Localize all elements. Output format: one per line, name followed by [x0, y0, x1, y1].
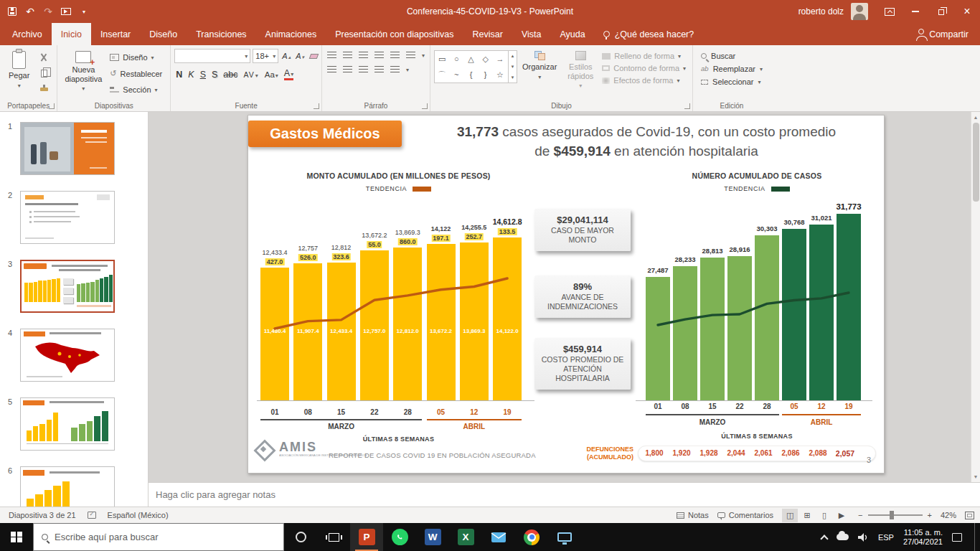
line-spacing-icon[interactable] — [390, 52, 400, 60]
tab-insertar[interactable]: Insertar — [91, 23, 140, 45]
tab-revisar[interactable]: Revisar — [463, 23, 512, 45]
numbering-icon[interactable] — [343, 52, 352, 60]
taskbar-search[interactable]: Escribe aquí para buscar — [33, 523, 284, 551]
cut-button[interactable] — [36, 51, 52, 64]
zoom-slider[interactable] — [868, 514, 923, 516]
task-view-button[interactable] — [317, 523, 350, 551]
font-dialog-launcher[interactable] — [314, 103, 319, 109]
notes-toggle[interactable]: Notas — [677, 511, 709, 519]
align-center-icon[interactable] — [343, 66, 352, 74]
taskbar-app-excel[interactable]: X — [449, 523, 482, 551]
shape-outline-button[interactable]: Contorno de forma▾ — [602, 64, 686, 72]
callout-box[interactable]: $459,914COSTO PROMEDIO DE ATENCIÓN HOSPI… — [534, 338, 631, 390]
shape-option[interactable]: ☆ — [496, 71, 504, 79]
shape-option[interactable]: { — [470, 71, 473, 79]
redo-button[interactable]: ↷ — [43, 5, 53, 18]
fit-to-window-button[interactable] — [965, 512, 974, 519]
avatar[interactable] — [851, 3, 868, 20]
zoom-level[interactable]: 42% — [941, 511, 956, 519]
slide-thumbnail-3[interactable]: 3 — [0, 260, 148, 313]
tab-presentacion-con-diapositivas[interactable]: Presentación con diapositivas — [326, 23, 463, 45]
select-button[interactable]: Seleccionar▾ — [701, 77, 763, 86]
align-left-icon[interactable] — [327, 66, 336, 74]
italic-button[interactable]: K — [188, 70, 194, 80]
reading-view-button[interactable]: ▯ — [816, 509, 832, 522]
columns-icon[interactable] — [390, 66, 400, 74]
onedrive-cloud-icon[interactable] — [837, 534, 849, 540]
shape-option[interactable]: ⌒ — [438, 71, 446, 79]
cortana-button[interactable] — [284, 523, 317, 551]
text-shadow-button[interactable]: S — [212, 70, 217, 80]
slide-thumbnail-2[interactable]: 2 — [0, 191, 148, 244]
font-size-select[interactable]: 18+▾ — [253, 49, 278, 63]
taskbar-clock[interactable]: 11:05 a. m. 27/04/2021 — [903, 528, 943, 547]
shape-option[interactable]: ~ — [454, 71, 458, 79]
tab-animaciones[interactable]: Animaciones — [256, 23, 326, 45]
find-button[interactable]: Buscar — [701, 52, 763, 60]
save-button[interactable] — [7, 5, 17, 18]
deaths-row[interactable]: DEFUNCIONES (ACUMULADO) 1,8001,9201,9282… — [553, 444, 876, 463]
shape-option[interactable]: ○ — [454, 55, 459, 63]
font-color-button[interactable]: A▾ — [284, 69, 293, 80]
drawing-dialog-launcher[interactable] — [684, 103, 690, 109]
ribbon-display-options-button[interactable] — [877, 0, 903, 23]
notification-center-icon[interactable] — [952, 533, 962, 542]
format-painter-button[interactable] — [36, 83, 52, 95]
zoom-in-button[interactable]: + — [928, 511, 932, 519]
bold-button[interactable]: N — [176, 70, 182, 80]
quick-styles-button[interactable]: Estilos rápidos ▾ — [562, 49, 599, 91]
increase-indent-icon[interactable] — [374, 52, 384, 60]
chart-money[interactable]: MONTO ACUMULADO (EN MILLONES DE PESOS) T… — [257, 171, 540, 453]
taskbar-app-word[interactable]: W — [416, 523, 449, 551]
justify-icon[interactable] — [374, 66, 384, 74]
callout-box[interactable]: $29,041,114CASO DE MAYOR MONTO — [534, 209, 631, 251]
slideshow-view-button[interactable]: ▶ — [834, 509, 849, 522]
comments-toggle[interactable]: Comentarios — [717, 511, 773, 519]
text-direction-icon[interactable] — [406, 52, 415, 60]
decrease-indent-icon[interactable] — [359, 52, 368, 60]
copy-button[interactable] — [36, 67, 52, 80]
underline-button[interactable]: S — [200, 70, 206, 80]
font-name-select[interactable]: ▾ — [174, 49, 250, 63]
clipboard-dialog-launcher[interactable] — [49, 103, 55, 109]
shape-option[interactable]: △ — [468, 55, 473, 63]
slide-canvas[interactable]: Gastos Médicos 31,773 casos asegurados d… — [248, 115, 885, 474]
decrease-font-size-button[interactable]: A▾ — [294, 52, 306, 60]
arrange-button[interactable]: Organizar ▾ — [517, 49, 562, 83]
restore-button[interactable] — [928, 0, 954, 23]
paragraph-dialog-launcher[interactable] — [422, 103, 428, 109]
minimize-button[interactable] — [903, 0, 928, 23]
shape-option[interactable]: → — [496, 55, 504, 63]
scrollbar-thumb[interactable] — [973, 123, 979, 202]
tab-transiciones[interactable]: Transiciones — [187, 23, 255, 45]
tab-archivo[interactable]: Archivo — [3, 23, 52, 45]
close-button[interactable]: × — [954, 0, 980, 23]
section-button[interactable]: Sección▾ — [107, 83, 165, 96]
start-button[interactable] — [0, 523, 33, 551]
zoom-out-button[interactable]: − — [858, 511, 862, 519]
new-slide-button[interactable]: Nueva diapositiva ▾ — [61, 49, 105, 94]
slide-thumbnail-1[interactable]: 1 — [0, 122, 148, 175]
language-indicator[interactable]: Español (México) — [108, 511, 169, 519]
character-spacing-button[interactable]: AV▾ — [244, 70, 259, 79]
bullets-icon[interactable] — [327, 52, 336, 60]
editor-scrollbar[interactable]: ▲ ▼ — [971, 112, 980, 482]
show-desktop-button[interactable] — [974, 523, 979, 551]
slide-indicator[interactable]: Diapositiva 3 de 21 — [9, 511, 76, 519]
taskbar-app-remote-desktop[interactable] — [548, 523, 581, 551]
clear-formatting-icon[interactable] — [309, 54, 319, 59]
taskbar-app-mail[interactable] — [482, 523, 515, 551]
zoom-slider-thumb[interactable] — [890, 511, 894, 519]
keyboard-language-indicator[interactable]: ESP — [878, 533, 894, 542]
align-right-icon[interactable] — [359, 66, 368, 74]
account-name[interactable]: roberto dolz — [798, 6, 844, 17]
taskbar-app-powerpoint[interactable]: P — [350, 523, 383, 551]
scroll-up-icon[interactable]: ▲ — [974, 112, 979, 123]
start-slideshow-button[interactable] — [61, 5, 71, 18]
replace-button[interactable]: abReemplazar▾ — [701, 65, 763, 73]
shape-option[interactable]: ▭ — [438, 55, 446, 63]
spellcheck-icon[interactable] — [88, 512, 96, 519]
callout-box[interactable]: 89%AVANCE DE INDEMNIZACIONES — [534, 276, 631, 318]
slide-thumbnail-5[interactable]: 5 — [0, 397, 148, 451]
tell-me-search[interactable]: ¿Qué desea hacer? — [595, 23, 703, 45]
